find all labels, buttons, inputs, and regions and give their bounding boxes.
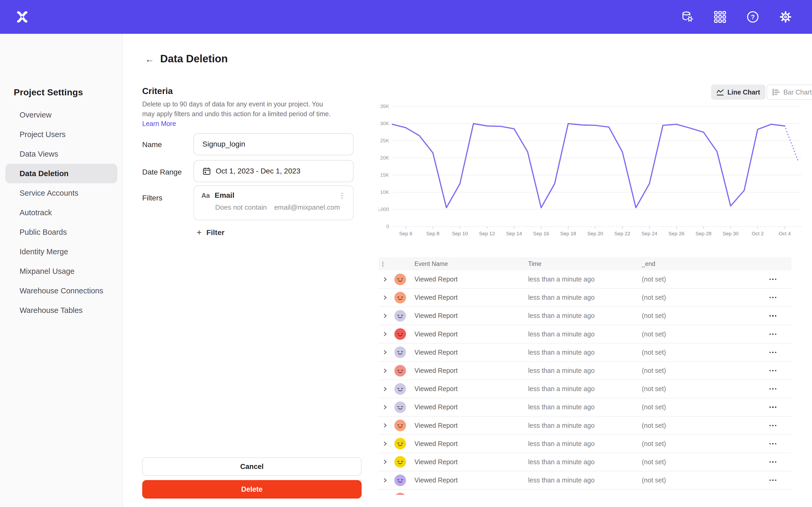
avatar bbox=[394, 346, 406, 358]
row-menu-icon[interactable] bbox=[754, 443, 792, 444]
row-menu-icon[interactable] bbox=[754, 315, 792, 316]
row-expand-chevron-icon[interactable] bbox=[378, 423, 394, 428]
table-row: Viewed Reportless than a minute ago(not … bbox=[378, 490, 792, 495]
row-menu-icon[interactable] bbox=[754, 388, 792, 390]
top-navigation-bar: ? bbox=[0, 0, 812, 34]
settings-gear-icon[interactable] bbox=[779, 11, 792, 23]
row-expand-chevron-icon[interactable] bbox=[378, 332, 394, 336]
back-arrow-icon[interactable]: ← bbox=[144, 53, 155, 65]
y-axis-tick-label: 25K bbox=[380, 138, 389, 144]
col-header-event-name[interactable]: Event Name bbox=[414, 260, 528, 268]
apps-grid-icon[interactable] bbox=[714, 11, 726, 23]
x-axis-tick-label: Sep 20 bbox=[587, 231, 603, 236]
table-row: Viewed Reportless than a minute ago(not … bbox=[378, 307, 792, 325]
mixpanel-logo[interactable] bbox=[16, 11, 29, 23]
sidebar-item-identity-merge[interactable]: Identity Merge bbox=[5, 242, 117, 262]
row-menu-icon[interactable] bbox=[754, 425, 792, 426]
cancel-button[interactable]: Cancel bbox=[142, 457, 362, 476]
col-header-time[interactable]: Time bbox=[528, 260, 642, 268]
table-row: Viewed Reportless than a minute ago(not … bbox=[378, 417, 792, 435]
sidebar-item-warehouse-tables[interactable]: Warehouse Tables bbox=[5, 300, 117, 320]
add-filter-button[interactable]: + Filter bbox=[197, 228, 224, 237]
row-menu-icon[interactable] bbox=[754, 279, 792, 280]
cell-event-name[interactable]: Viewed Report bbox=[414, 440, 528, 448]
cell-event-name[interactable]: Viewed Report bbox=[414, 367, 528, 375]
row-expand-chevron-icon[interactable] bbox=[378, 277, 394, 282]
col-header-end[interactable]: _end bbox=[642, 260, 754, 268]
events-table: ↓↑ Event Name Time _end Viewed Reportles… bbox=[378, 257, 792, 495]
row-expand-chevron-icon[interactable] bbox=[378, 387, 394, 391]
date-range-field[interactable]: Oct 1, 2023 - Dec 1, 2023 bbox=[194, 160, 354, 182]
table-row: Viewed Reportless than a minute ago(not … bbox=[378, 471, 792, 490]
filter-menu-icon[interactable]: ⋮ bbox=[338, 193, 346, 198]
cell-event-name[interactable]: Viewed Report bbox=[414, 312, 528, 320]
sidebar-item-overview[interactable]: Overview bbox=[5, 105, 117, 125]
row-menu-icon[interactable] bbox=[754, 406, 792, 408]
filter-operator[interactable]: Does not contain bbox=[215, 203, 267, 212]
row-menu-icon[interactable] bbox=[754, 461, 792, 463]
cell-event-name[interactable]: Viewed Report bbox=[414, 330, 528, 338]
y-axis-tick-label: 15K bbox=[380, 172, 389, 178]
collapse-all-icon[interactable]: ↓↑ bbox=[378, 260, 394, 268]
cell-event-name[interactable]: Viewed Report bbox=[414, 275, 528, 283]
row-expand-chevron-icon[interactable] bbox=[378, 441, 394, 446]
sidebar-item-service-accounts[interactable]: Service Accounts bbox=[5, 183, 117, 203]
table-row: Viewed Reportless than a minute ago(not … bbox=[378, 362, 792, 380]
cell-event-name[interactable]: Viewed Report bbox=[414, 294, 528, 301]
x-axis-tick-label: Sep 10 bbox=[452, 231, 468, 236]
cell-event-name[interactable]: Viewed Report bbox=[414, 495, 528, 495]
cell-event-name[interactable]: Viewed Report bbox=[414, 476, 528, 484]
row-expand-chevron-icon[interactable] bbox=[378, 405, 394, 409]
x-axis-tick-label: Sep 28 bbox=[696, 231, 711, 236]
row-menu-icon[interactable] bbox=[754, 297, 792, 298]
cell-end: (not set) bbox=[642, 476, 754, 484]
sidebar-item-autotrack[interactable]: Autotrack bbox=[5, 203, 117, 222]
cell-event-name[interactable]: Viewed Report bbox=[414, 349, 528, 356]
cell-time: less than a minute ago bbox=[528, 275, 642, 283]
table-row: Viewed Reportless than a minute ago(not … bbox=[378, 270, 792, 289]
name-input[interactable] bbox=[194, 133, 354, 155]
y-axis-tick-label: 35K bbox=[380, 104, 389, 109]
sidebar-item-mixpanel-usage[interactable]: Mixpanel Usage bbox=[5, 262, 117, 281]
row-expand-chevron-icon[interactable] bbox=[378, 369, 394, 373]
row-expand-chevron-icon[interactable] bbox=[378, 314, 394, 318]
criteria-description: Delete up to 90 days of data for any eve… bbox=[142, 99, 337, 129]
x-axis-tick-label: Sep 18 bbox=[560, 231, 576, 236]
sidebar-item-project-users[interactable]: Project Users bbox=[5, 125, 117, 144]
filter-card[interactable]: Aa Email ⋮ Does not contain email@mixpan… bbox=[194, 185, 354, 220]
cell-time: less than a minute ago bbox=[528, 458, 642, 466]
learn-more-link[interactable]: Learn More bbox=[142, 120, 176, 127]
cell-end: (not set) bbox=[642, 330, 754, 338]
sidebar-item-public-boards[interactable]: Public Boards bbox=[5, 222, 117, 242]
line-chart-toggle[interactable]: Line Chart bbox=[711, 84, 765, 100]
table-row: Viewed Reportless than a minute ago(not … bbox=[378, 380, 792, 398]
cell-time: less than a minute ago bbox=[528, 312, 642, 320]
filter-property: Email bbox=[215, 191, 338, 200]
row-expand-chevron-icon[interactable] bbox=[378, 350, 394, 355]
row-menu-icon[interactable] bbox=[754, 480, 792, 481]
row-expand-chevron-icon[interactable] bbox=[378, 459, 394, 464]
criteria-description-text: Delete up to 90 days of data for any eve… bbox=[142, 100, 331, 117]
cell-event-name[interactable]: Viewed Report bbox=[414, 422, 528, 429]
projection-dotted-line bbox=[785, 126, 798, 161]
row-expand-chevron-icon[interactable] bbox=[378, 295, 394, 300]
sidebar-item-data-views[interactable]: Data Views bbox=[5, 144, 117, 164]
sidebar-item-data-deletion[interactable]: Data Deletion bbox=[5, 164, 117, 183]
sidebar-item-warehouse-connections[interactable]: Warehouse Connections bbox=[5, 281, 117, 300]
row-menu-icon[interactable] bbox=[754, 334, 792, 335]
row-expand-chevron-icon[interactable] bbox=[378, 478, 394, 483]
cell-end: (not set) bbox=[642, 458, 754, 466]
delete-button[interactable]: Delete bbox=[142, 480, 362, 499]
table-row: Viewed Reportless than a minute ago(not … bbox=[378, 398, 792, 416]
cell-time: less than a minute ago bbox=[528, 422, 642, 429]
row-menu-icon[interactable] bbox=[754, 370, 792, 371]
data-warehouse-icon[interactable] bbox=[681, 11, 694, 23]
x-axis-tick-label: Oct 2 bbox=[752, 231, 764, 236]
row-menu-icon[interactable] bbox=[754, 352, 792, 353]
filter-value[interactable]: email@mixpanel.com bbox=[274, 203, 340, 212]
bar-chart-toggle[interactable]: Bar Chart bbox=[767, 84, 812, 100]
help-icon[interactable]: ? bbox=[747, 11, 759, 23]
cell-event-name[interactable]: Viewed Report bbox=[414, 403, 528, 411]
cell-event-name[interactable]: Viewed Report bbox=[414, 385, 528, 393]
cell-event-name[interactable]: Viewed Report bbox=[414, 458, 528, 466]
